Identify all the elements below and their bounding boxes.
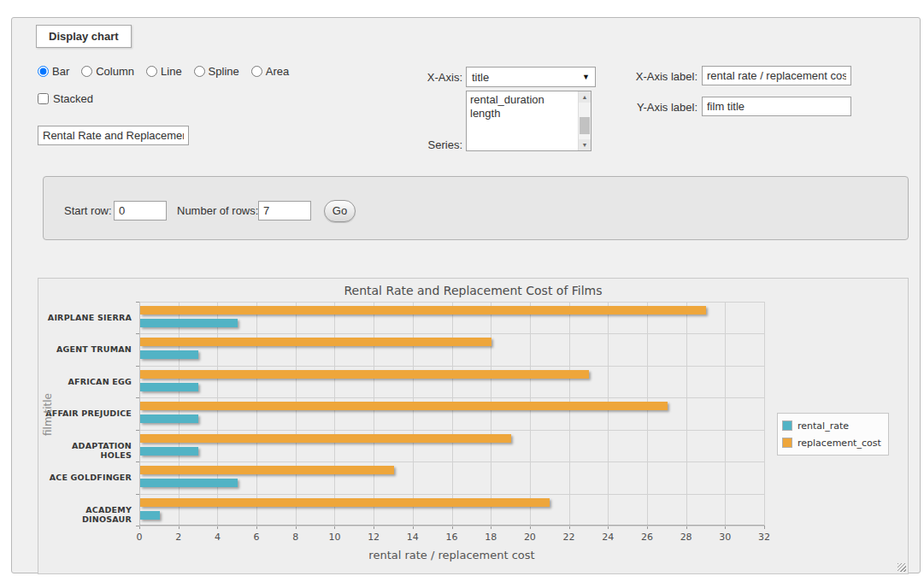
chart-type-radio-column[interactable] [81,66,92,77]
grid-line [296,302,297,526]
grid-line [413,302,414,526]
legend-item-replacement_cost[interactable]: replacement_cost [782,434,881,451]
x-tick-label: 14 [400,532,426,543]
bar-rental_rate[interactable] [140,350,198,359]
y-axis-label-input[interactable] [702,97,851,116]
x-tick-label: 24 [595,532,621,543]
x-tick-label: 20 [517,532,543,543]
chart-type-label-spline: Spline [209,65,239,78]
x-tick-label: 26 [634,532,660,543]
series-option-length[interactable]: length [467,107,578,121]
bar-replacement_cost[interactable] [140,402,668,410]
plot-area [139,302,764,526]
num-rows-input[interactable] [258,201,311,220]
grid-line [334,302,335,526]
category-label: AGENT TRUMAN [42,344,132,354]
chevron-down-icon: ▼ [582,73,590,81]
chart-type-option-bar[interactable]: Bar [38,65,69,78]
grid-line [139,430,764,431]
series-label: Series: [394,138,462,151]
series-listbox[interactable]: rental_durationrental_ratelengthreplacem… [466,91,591,151]
grid-line [452,302,453,526]
x-axis-label-input[interactable] [702,66,851,85]
chart-type-option-spline[interactable]: Spline [194,65,239,78]
display-chart-panel: Display chart BarColumnLineSplineArea St… [11,17,921,573]
x-axis-select[interactable]: title ▼ [466,67,596,87]
grid-line [764,302,765,526]
bar-rental_rate[interactable] [140,319,238,327]
y-axis-label-text: Y-Axis label: [603,101,697,114]
chart-type-option-area[interactable]: Area [251,65,289,78]
grid-line [569,302,570,526]
grid-line [374,302,374,526]
bar-replacement_cost[interactable] [140,466,394,474]
chart-title-input[interactable] [38,126,189,145]
chart-type-label-bar: Bar [52,65,69,78]
grid-line [139,526,764,526]
x-tick-label: 18 [478,532,503,543]
bar-replacement_cost[interactable] [140,498,550,507]
category-label: AFRICAN EGG [42,377,132,386]
x-axis-select-label: X-Axis: [394,71,462,84]
x-tick-label: 4 [204,532,230,543]
chart-resize-handle[interactable] [898,563,906,572]
x-tick-label: 22 [556,532,582,543]
bar-rental_rate[interactable] [140,479,238,487]
grid-line [139,397,764,398]
bar-replacement_cost[interactable] [140,338,491,346]
grid-line [530,302,531,526]
bar-rental_rate[interactable] [140,447,198,456]
panel-title: Display chart [36,25,132,48]
legend: rental_ratereplacement_cost [777,413,889,456]
grid-line [179,302,180,526]
go-button[interactable]: Go [324,200,356,222]
axis-tick [764,526,765,529]
x-tick-label: 8 [283,532,309,543]
chart-type-radio-bar[interactable] [38,66,49,77]
legend-item-rental_rate[interactable]: rental_rate [782,417,881,434]
bar-replacement_cost[interactable] [140,306,706,315]
chart-container: Rental Rate and Replacement Cost of Film… [38,278,909,574]
x-axis-label-text: X-Axis label: [603,70,697,83]
grid-line [139,302,764,303]
scroll-down-icon[interactable]: ▼ [579,139,591,150]
grid-line [725,302,726,526]
listbox-scrollbar[interactable]: ▲ ▼ [578,91,591,150]
legend-swatch [782,438,792,448]
bar-rental_rate[interactable] [140,511,160,520]
stacked-checkbox-row[interactable]: Stacked [38,92,93,105]
start-row-input[interactable] [114,201,167,220]
x-tick-label: 0 [127,532,152,543]
category-label: ADAPTATION HOLES [42,441,132,460]
chart-type-radio-line[interactable] [146,66,157,77]
series-option-rental_duration[interactable]: rental_duration [467,93,578,107]
bar-replacement_cost[interactable] [140,434,511,443]
bar-rental_rate[interactable] [140,383,198,391]
category-label: ACE GOLDFINGER [42,473,132,482]
y-axis-title: film title [42,367,54,461]
rows-panel: Start row: Number of rows: Go [43,176,909,240]
chart-type-option-column[interactable]: Column [81,65,134,78]
chart-type-option-line[interactable]: Line [146,65,182,78]
grid-line [647,302,648,526]
num-rows-label: Number of rows: [177,204,258,217]
legend-label: rental_rate [797,420,849,432]
axis-tick [136,526,139,526]
x-axis-select-value: title [472,71,582,84]
bar-rental_rate[interactable] [140,414,198,423]
scroll-up-icon[interactable]: ▲ [579,91,591,103]
stacked-checkbox[interactable] [38,93,49,104]
grid-line [139,494,764,495]
x-tick-label: 2 [166,532,191,543]
legend-swatch [782,420,792,431]
chart-type-radio-spline[interactable] [194,66,205,77]
x-tick-label: 32 [751,532,777,543]
grid-line [217,302,218,526]
start-row-label: Start row: [64,204,112,217]
x-tick-label: 28 [674,532,699,543]
chart-type-radio-area[interactable] [251,66,262,77]
bar-replacement_cost[interactable] [140,370,589,379]
scrollbar-thumb[interactable] [580,117,590,134]
grid-line [139,461,764,462]
grid-line [608,302,609,526]
